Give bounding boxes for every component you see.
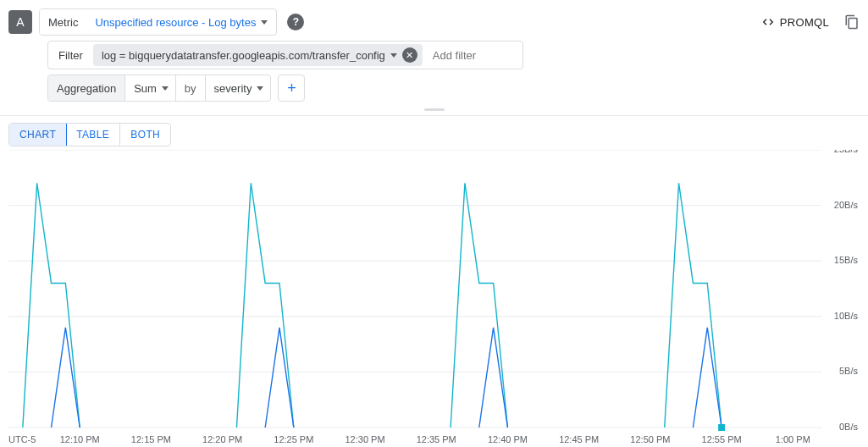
svg-text:15B/s: 15B/s xyxy=(834,255,859,265)
plot-area xyxy=(23,183,725,431)
groupby-text: severity xyxy=(214,82,252,95)
promql-button[interactable]: PROMQL xyxy=(761,15,829,29)
svg-text:12:55 PM: 12:55 PM xyxy=(702,434,742,444)
aggregation-func-text: Sum xyxy=(134,82,157,95)
metric-label: Metric xyxy=(40,9,86,35)
copy-icon[interactable] xyxy=(844,14,860,30)
svg-text:12:25 PM: 12:25 PM xyxy=(274,434,313,444)
divider xyxy=(0,115,868,116)
promql-label: PROMQL xyxy=(780,16,829,29)
y-axis: 0B/s5B/s10B/s15B/s20B/s25B/s xyxy=(834,150,859,432)
query-badge: A xyxy=(8,10,32,34)
svg-text:12:50 PM: 12:50 PM xyxy=(630,434,670,444)
filter-box: Filter log = bigquerydatatransfer.google… xyxy=(47,41,523,69)
svg-text:0B/s: 0B/s xyxy=(839,422,859,432)
help-icon[interactable]: ? xyxy=(287,14,304,30)
filter-chip[interactable]: log = bigquerydatatransfer.googleapis.co… xyxy=(93,44,423,66)
x-axis: UTC-512:10 PM12:15 PM12:20 PM12:25 PM12:… xyxy=(8,434,810,444)
svg-text:12:10 PM: 12:10 PM xyxy=(60,434,100,444)
svg-text:12:20 PM: 12:20 PM xyxy=(202,434,242,444)
svg-text:12:45 PM: 12:45 PM xyxy=(559,434,599,444)
chart-area[interactable]: UTC-512:10 PM12:15 PM12:20 PM12:25 PM12:… xyxy=(8,150,860,447)
tab-both[interactable]: BOTH xyxy=(120,124,170,146)
svg-text:5B/s: 5B/s xyxy=(839,366,859,376)
chevron-down-icon xyxy=(257,86,263,91)
svg-text:UTC-5: UTC-5 xyxy=(8,434,36,444)
aggregation-group: Aggregation Sum by severity xyxy=(47,74,271,102)
metric-value[interactable]: Unspecified resource - Log bytes xyxy=(86,9,276,35)
by-label: by xyxy=(175,75,205,101)
chevron-down-icon xyxy=(261,20,268,25)
filter-label: Filter xyxy=(48,49,93,62)
metric-value-text: Unspecified resource - Log bytes xyxy=(95,16,256,29)
tab-chart[interactable]: CHART xyxy=(8,123,67,146)
code-icon xyxy=(761,15,775,29)
svg-text:12:15 PM: 12:15 PM xyxy=(131,434,171,444)
tab-table[interactable]: TABLE xyxy=(66,124,120,146)
svg-text:12:30 PM: 12:30 PM xyxy=(346,434,385,444)
svg-text:12:35 PM: 12:35 PM xyxy=(417,434,456,444)
add-aggregation-button[interactable]: + xyxy=(278,74,305,102)
add-filter-input[interactable] xyxy=(426,41,519,69)
aggregation-label: Aggregation xyxy=(48,75,124,101)
svg-text:25B/s: 25B/s xyxy=(834,150,859,154)
svg-text:1:00 PM: 1:00 PM xyxy=(776,434,810,444)
remove-filter-icon[interactable]: ✕ xyxy=(402,47,417,63)
svg-text:10B/s: 10B/s xyxy=(834,311,859,321)
line-chart-svg: UTC-512:10 PM12:15 PM12:20 PM12:25 PM12:… xyxy=(8,150,860,447)
chevron-down-icon xyxy=(390,53,397,58)
svg-rect-6 xyxy=(718,424,725,431)
svg-text:12:40 PM: 12:40 PM xyxy=(488,434,528,444)
svg-text:20B/s: 20B/s xyxy=(834,200,859,210)
drag-handle[interactable] xyxy=(0,105,868,113)
filter-chip-text: log = bigquerydatatransfer.googleapis.co… xyxy=(102,49,385,62)
metric-selector[interactable]: Metric Unspecified resource - Log bytes xyxy=(39,8,277,36)
view-tabs: CHART TABLE BOTH xyxy=(8,123,171,146)
groupby-dropdown[interactable]: severity xyxy=(205,75,271,101)
chevron-down-icon xyxy=(162,86,169,91)
aggregation-func-dropdown[interactable]: Sum xyxy=(124,75,175,101)
